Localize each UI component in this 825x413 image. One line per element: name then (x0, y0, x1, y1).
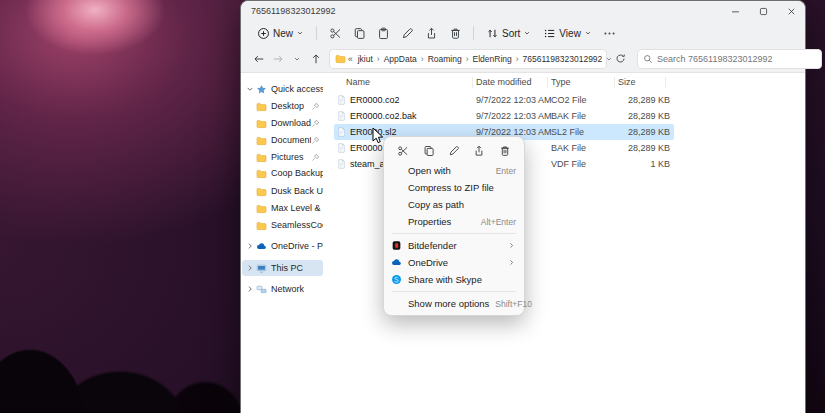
minimize-button[interactable] (721, 1, 749, 21)
context-menu-item-properties[interactable]: Properties Alt+Enter (387, 213, 521, 230)
bitdefender-icon (391, 240, 402, 251)
context-menu-item-compress-zip[interactable]: Compress to ZIP file (387, 179, 521, 196)
sidebar-item-downloads[interactable]: Downloads (242, 115, 323, 131)
chevron-down-icon[interactable] (245, 84, 255, 94)
column-divider[interactable] (472, 77, 473, 88)
close-icon (786, 6, 797, 17)
address-breadcrumb-bar[interactable]: « jkiut › AppData › Roaming › EldenRing … (329, 49, 607, 69)
context-menu-item-onedrive[interactable]: OneDrive (387, 254, 521, 271)
context-copy-button[interactable] (418, 142, 440, 159)
file-icon (336, 94, 347, 106)
up-button[interactable] (307, 50, 324, 68)
file-icon (336, 158, 347, 170)
breadcrumb-item[interactable]: Roaming (425, 54, 465, 64)
column-divider[interactable] (614, 77, 615, 88)
pin-icon (311, 102, 320, 111)
forward-button[interactable] (269, 50, 286, 68)
context-delete-button[interactable] (494, 142, 516, 159)
column-header-size[interactable]: Size (618, 77, 636, 87)
menu-separator (392, 291, 516, 292)
sidebar-item-max-level[interactable]: Max Level & Every (242, 200, 323, 216)
wallpaper-tree-silhouette (0, 263, 250, 413)
file-row[interactable]: ER0000.co2.bak 9/7/2022 12:03 AM BAK Fil… (334, 108, 674, 124)
sidebar-item-network[interactable]: Network (242, 281, 323, 297)
more-options-button[interactable] (598, 23, 622, 43)
new-button[interactable]: New (251, 23, 310, 43)
context-rename-button[interactable] (443, 142, 465, 159)
toolbar-divider (473, 26, 474, 40)
folder-icon (256, 135, 267, 146)
column-header-type[interactable]: Type (551, 77, 571, 87)
paste-button[interactable] (371, 23, 395, 43)
copy-icon (353, 27, 366, 40)
recent-locations-button[interactable] (288, 50, 305, 68)
window-title: 76561198323012992 (251, 6, 335, 16)
chevron-right-icon[interactable] (245, 241, 255, 251)
folder-icon (256, 220, 267, 231)
breadcrumb-item[interactable]: EldenRing (470, 54, 515, 64)
context-menu: Open with Enter Compress to ZIP file Cop… (383, 136, 525, 316)
sidebar-item-this-pc[interactable]: This PC (242, 260, 323, 276)
view-button[interactable]: View (537, 23, 598, 43)
folder-icon (256, 203, 267, 214)
back-button[interactable] (250, 50, 267, 68)
copy-button[interactable] (347, 23, 371, 43)
column-header-date[interactable]: Date modified (476, 77, 532, 87)
sort-button[interactable]: Sort (480, 23, 537, 43)
delete-button[interactable] (443, 23, 467, 43)
breadcrumb-item[interactable]: 76561198323012992 (520, 54, 606, 64)
column-divider[interactable] (665, 77, 666, 88)
breadcrumb-item[interactable]: jkiut (355, 54, 376, 64)
rename-button[interactable] (395, 23, 419, 43)
context-cut-button[interactable] (392, 142, 414, 159)
rename-icon (401, 27, 414, 40)
mouse-cursor (372, 127, 384, 145)
column-header-name[interactable]: Name (346, 77, 370, 87)
context-menu-item-bitdefender[interactable]: Bitdefender (387, 237, 521, 254)
file-icon (336, 142, 347, 154)
breadcrumb-item[interactable]: AppData (381, 54, 420, 64)
sidebar-item-quick-access[interactable]: Quick access (242, 81, 323, 97)
title-bar[interactable]: 76561198323012992 (241, 1, 805, 21)
file-icon (336, 110, 347, 122)
view-label: View (559, 28, 581, 39)
share-button[interactable] (419, 23, 443, 43)
file-row[interactable]: ER0000.co2 9/7/2022 12:03 AM CO2 File 28… (334, 92, 674, 108)
folder-icon (256, 186, 267, 197)
sidebar-item-coop-backup[interactable]: Coop Backup (242, 165, 323, 181)
cut-button[interactable] (323, 23, 347, 43)
search-input[interactable] (657, 54, 816, 64)
close-button[interactable] (777, 1, 805, 21)
context-menu-item-copy-as-path[interactable]: Copy as path (387, 196, 521, 213)
sidebar-item-dusk-back-up[interactable]: Dusk Back Up (242, 183, 323, 199)
column-divider[interactable] (547, 77, 548, 88)
refresh-button[interactable] (612, 50, 629, 68)
sidebar-item-onedrive[interactable]: OneDrive - Personal (242, 238, 323, 254)
chevron-right-icon[interactable] (245, 263, 255, 273)
sidebar-item-desktop[interactable]: Desktop (242, 98, 323, 114)
context-menu-item-open-with[interactable]: Open with Enter (387, 162, 521, 179)
sidebar-item-pictures[interactable]: Pictures (242, 149, 323, 165)
command-toolbar: New Sort View (241, 21, 805, 45)
context-menu-item-show-more-options[interactable]: Show more options Shift+F10 (387, 295, 521, 312)
maximize-button[interactable] (749, 1, 777, 21)
refresh-icon (615, 53, 626, 64)
view-icon (543, 27, 556, 40)
desktop-background: 76561198323012992 New Sort (0, 0, 825, 413)
chevron-right-icon[interactable] (245, 284, 255, 294)
breadcrumb-overflow[interactable]: « (346, 54, 355, 64)
sort-label: Sort (502, 28, 520, 39)
ellipsis-icon (603, 27, 616, 40)
chevron-down-icon (584, 29, 592, 37)
icon-slot (391, 165, 402, 176)
context-share-button[interactable] (468, 142, 490, 159)
rename-icon (448, 145, 460, 157)
sidebar-item-documents[interactable]: Documents (242, 132, 323, 148)
pin-icon (311, 119, 320, 128)
sidebar-item-seamlesscoop[interactable]: SeamlessCoop (242, 217, 323, 233)
share-icon (425, 27, 438, 40)
back-arrow-icon (253, 53, 265, 65)
file-icon (336, 126, 347, 138)
folder-icon (256, 101, 267, 112)
context-menu-item-share-skype[interactable]: Share with Skype (387, 271, 521, 288)
